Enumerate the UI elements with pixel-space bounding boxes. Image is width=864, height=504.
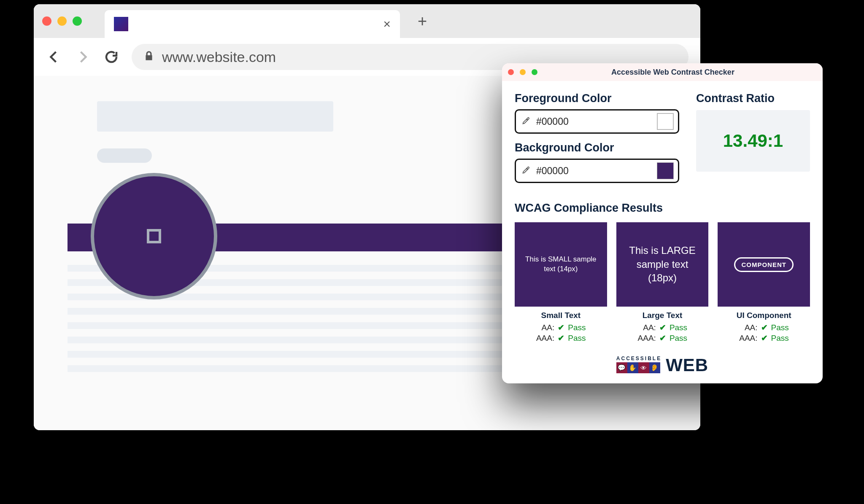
background-color-value: #00000	[536, 165, 651, 177]
maximize-popup-button[interactable]	[532, 69, 537, 75]
contrast-checker-window: Accessible Web Contrast Checker Foregrou…	[502, 63, 823, 383]
popup-titlebar: Accessible Web Contrast Checker	[502, 63, 823, 81]
forward-button[interactable]	[74, 49, 91, 65]
eyedropper-icon[interactable]	[522, 116, 530, 127]
check-icon: ✔	[659, 323, 666, 332]
hand-icon: ✋	[627, 362, 638, 373]
reload-button[interactable]	[103, 49, 120, 65]
wcag-results-title: WCAG Compliance Results	[515, 202, 810, 215]
url-text: www.website.com	[162, 49, 276, 65]
back-button[interactable]	[46, 49, 62, 65]
new-tab-button[interactable]: +	[418, 12, 427, 30]
result-card-ui-component: COMPONENT UI Component AA: ✔ Pass AAA: ✔…	[718, 222, 810, 343]
browser-tab[interactable]: ×	[105, 10, 400, 38]
popup-footer: ACCESSIBLE 💬 ✋ 👁 👂 WEB	[515, 356, 810, 373]
aa-result: AA: ✔ Pass	[739, 323, 789, 332]
background-label: Background Color	[515, 141, 679, 154]
lock-icon	[143, 49, 154, 65]
favicon-icon	[114, 17, 128, 31]
contrast-ratio-label: Contrast Ratio	[696, 92, 810, 105]
sample-ui-component: COMPONENT	[718, 222, 810, 307]
result-card-large-text: This is LARGE sample text (18px) Large T…	[616, 222, 709, 343]
sample-target-icon	[147, 229, 161, 243]
foreground-color-input[interactable]: #00000	[515, 109, 679, 134]
maximize-window-button[interactable]	[73, 16, 82, 26]
wcag-result-cards: This is SMALL sample text (14px) Small T…	[515, 222, 810, 343]
eye-icon: 👁	[638, 362, 649, 373]
background-color-input[interactable]: #00000	[515, 159, 679, 183]
card-label: Large Text	[643, 311, 683, 320]
check-icon: ✔	[558, 333, 564, 343]
minimize-popup-button[interactable]	[520, 69, 526, 75]
close-window-button[interactable]	[42, 16, 51, 26]
color-sample-magnifier[interactable]	[91, 173, 217, 299]
check-icon: ✔	[761, 323, 768, 332]
foreground-color-value: #00000	[536, 116, 651, 127]
close-popup-button[interactable]	[508, 69, 514, 75]
contrast-ratio-box: 13.49:1	[696, 110, 810, 172]
check-icon: ✔	[761, 333, 768, 343]
aaa-result: AAA: ✔ Pass	[536, 333, 586, 343]
minimize-window-button[interactable]	[57, 16, 67, 26]
aa-result: AA: ✔ Pass	[637, 323, 687, 332]
contrast-ratio-value: 13.49:1	[723, 131, 783, 151]
footer-big-text: WEB	[666, 357, 708, 373]
skeleton-heading	[97, 101, 333, 132]
skeleton-pill	[97, 148, 152, 163]
eyedropper-icon[interactable]	[522, 166, 530, 176]
chat-icon: 💬	[616, 362, 627, 373]
foreground-label: Foreground Color	[515, 92, 679, 105]
foreground-swatch[interactable]	[657, 113, 674, 130]
browser-tabbar: × +	[34, 4, 700, 38]
aaa-result: AAA: ✔ Pass	[637, 333, 687, 343]
close-tab-button[interactable]: ×	[383, 17, 391, 31]
aaa-result: AAA: ✔ Pass	[739, 333, 789, 343]
result-card-small-text: This is SMALL sample text (14px) Small T…	[515, 222, 607, 343]
sample-small-text: This is SMALL sample text (14px)	[515, 222, 607, 307]
footer-brand-icons: 💬 ✋ 👁 👂	[616, 362, 660, 373]
window-controls	[42, 16, 82, 26]
aa-result: AA: ✔ Pass	[536, 323, 586, 332]
check-icon: ✔	[659, 333, 666, 343]
check-icon: ✔	[558, 323, 564, 332]
ear-icon: 👂	[649, 362, 660, 373]
card-label: Small Text	[541, 311, 581, 320]
footer-small-text: ACCESSIBLE	[616, 356, 662, 361]
popup-title: Accessible Web Contrast Checker	[554, 68, 791, 77]
background-swatch[interactable]	[657, 162, 674, 179]
popup-window-controls	[508, 69, 537, 75]
sample-large-text: This is LARGE sample text (18px)	[616, 222, 709, 307]
card-label: UI Component	[737, 311, 791, 320]
component-chip: COMPONENT	[734, 257, 794, 272]
